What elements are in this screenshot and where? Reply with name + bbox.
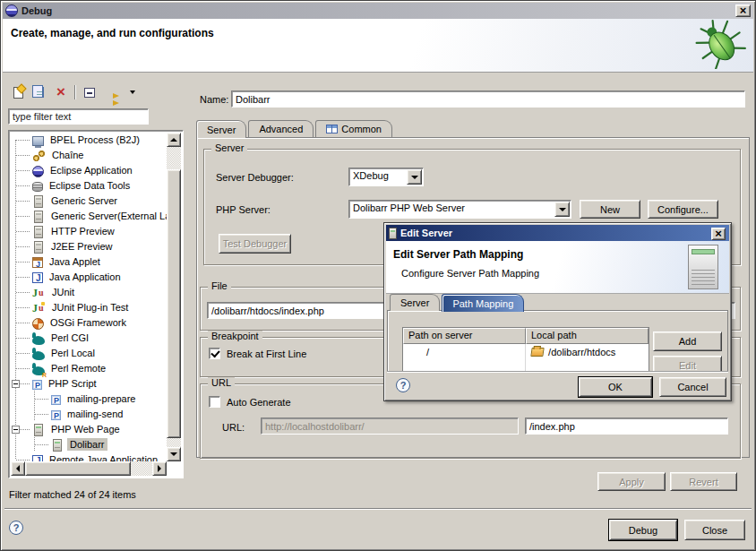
path-mapping-row[interactable]: //dolibarr/htdocs (403, 344, 649, 360)
tree-item-j2ee-preview[interactable]: J2EE Preview (11, 239, 167, 254)
close-button[interactable]: Close (684, 520, 745, 540)
tab-label: Server (207, 122, 236, 138)
server-icon (34, 226, 43, 238)
duplicate-config-icon[interactable] (31, 84, 47, 100)
php-icon (51, 410, 61, 420)
tab-label: Common (341, 121, 382, 137)
server-icon (34, 211, 43, 223)
server-debugger-combo[interactable]: XDebug (348, 168, 424, 186)
tree-item-mailing-send[interactable]: mailing-send (11, 407, 167, 422)
php-server-combo[interactable]: Dolibarr PHP Web Server (348, 200, 571, 219)
new-config-icon[interactable] (10, 84, 26, 100)
tree-item-bpel-process-b2j[interactable]: BPEL Process (B2J) (11, 133, 167, 148)
tree-item-mailing-prepare[interactable]: mailing-prepare (11, 392, 167, 407)
delete-config-icon (56, 86, 65, 99)
tab-server[interactable]: Server (390, 294, 440, 311)
tree-item-perl-local[interactable]: Perl Local (11, 346, 167, 361)
dropdown-arrow-icon[interactable] (407, 169, 422, 185)
delete-config-icon[interactable] (53, 84, 69, 100)
tree-item-perl-cgi[interactable]: Perl CGI (11, 331, 167, 346)
server-icon (34, 195, 43, 208)
new-config-icon (13, 87, 23, 99)
tree-item-label: Eclipse Data Tools (47, 179, 133, 192)
url-input[interactable] (261, 418, 519, 435)
tree-item-generic-server-external-la[interactable]: Generic Server(External La (11, 209, 167, 224)
folder-icon (530, 348, 544, 357)
edit-server-subheading: Configure Server Path Mapping (401, 268, 539, 279)
server-path-cell: / (403, 344, 526, 360)
table-icon (326, 125, 338, 133)
apply-button[interactable]: Apply (597, 472, 666, 491)
help-icon[interactable] (9, 521, 23, 535)
close-edit-server-button[interactable] (711, 228, 726, 240)
path-mapping-table: Path on server Local path //dolibarr/htd… (402, 327, 649, 374)
test-debugger-button[interactable]: Test Debugger (219, 234, 291, 254)
collapse-expander-icon[interactable] (12, 426, 20, 434)
column-local-path[interactable]: Local path (526, 328, 649, 344)
tab-server[interactable]: Server (196, 120, 246, 138)
tree-item-java-applet[interactable]: Java Applet (11, 254, 167, 270)
tree-item-cha-ne[interactable]: Chaîne (11, 148, 167, 163)
tree-item-http-preview[interactable]: HTTP Preview (11, 224, 167, 239)
junit-plugin-icon (32, 302, 46, 314)
close-window-button[interactable] (735, 4, 751, 17)
tab-advanced[interactable]: Advanced (248, 120, 314, 137)
tree-item-php-script[interactable]: PHP Script (11, 376, 167, 392)
column-path-on-server[interactable]: Path on server (403, 328, 526, 344)
url-path-input[interactable] (525, 418, 728, 435)
tree-item-osgi-framework[interactable]: OSGi Framework (11, 315, 167, 331)
configure-server-button[interactable]: Configure... (648, 200, 718, 219)
tree-item-eclipse-application[interactable]: Eclipse Application (11, 163, 167, 178)
scroll-right-button[interactable] (152, 461, 167, 476)
scroll-up-button[interactable] (167, 133, 181, 147)
tab-path-mapping[interactable]: Path Mapping (442, 294, 524, 312)
cancel-button[interactable]: Cancel (659, 377, 726, 397)
php-server-label: PHP Server: (216, 204, 271, 215)
add-mapping-button[interactable]: Add (653, 331, 722, 351)
tab-label: Advanced (259, 121, 303, 137)
filter-configs-icon[interactable] (103, 84, 119, 100)
debug-button[interactable]: Debug (609, 520, 677, 540)
database-icon (32, 182, 43, 192)
collapse-expander-icon[interactable] (12, 380, 20, 388)
tab-label: Server (400, 295, 429, 311)
tree-item-generic-server[interactable]: Generic Server (11, 194, 167, 209)
horizontal-scroll-thumb[interactable] (25, 461, 131, 476)
tree-item-php-web-page[interactable]: PHP Web Page (11, 422, 167, 437)
config-toolbar (10, 82, 141, 102)
revert-button[interactable]: Revert (670, 472, 737, 491)
help-icon[interactable] (396, 378, 410, 392)
tree-vertical-scrollbar[interactable] (167, 133, 181, 461)
dropdown-arrow-icon[interactable] (554, 202, 570, 217)
new-server-button[interactable]: New (580, 200, 640, 219)
tree-item-junit-plug-in-test[interactable]: JUnit Plug-in Test (11, 300, 167, 315)
vertical-scroll-thumb[interactable] (167, 169, 181, 438)
collapse-all-icon (84, 88, 95, 98)
tree-item-perl-remote[interactable]: Perl Remote (11, 361, 167, 376)
scroll-left-button[interactable] (11, 461, 25, 476)
ok-button[interactable]: OK (579, 377, 652, 397)
banner-title: Create, manage, and run configurations (11, 27, 214, 39)
name-input[interactable] (231, 90, 745, 108)
filter-menu-arrow-icon[interactable] (125, 84, 141, 100)
filter-status-text: Filter matched 24 of 24 items (9, 489, 136, 500)
server-group-label: Server (211, 142, 247, 153)
tree-item-label: Generic Server(External La (48, 210, 167, 222)
type-filter-input[interactable] (8, 108, 149, 125)
collapse-all-icon[interactable] (82, 84, 98, 100)
tree-item-dolibarr[interactable]: Dolibarr (11, 437, 167, 452)
tree-item-eclipse-data-tools[interactable]: Eclipse Data Tools (11, 178, 167, 194)
tree-horizontal-scrollbar[interactable] (11, 461, 167, 476)
auto-generate-checkbox[interactable] (209, 396, 220, 408)
tree-item-java-application[interactable]: Java Application (11, 270, 167, 285)
tab-common[interactable]: Common (315, 120, 392, 137)
scroll-down-button[interactable] (167, 447, 181, 461)
tree-item-label: PHP Script (46, 377, 99, 390)
tree-item-label: Java Applet (47, 255, 103, 268)
tree-item-junit[interactable]: JUnit (11, 285, 167, 300)
tree-item-remote-java-application[interactable]: Remote Java Application (11, 452, 167, 461)
edit-server-header: Edit Server Path Mapping Configure Serve… (386, 241, 729, 294)
java-icon (32, 272, 43, 283)
server-tower-image (688, 245, 718, 289)
break-first-line-checkbox[interactable] (209, 348, 220, 359)
